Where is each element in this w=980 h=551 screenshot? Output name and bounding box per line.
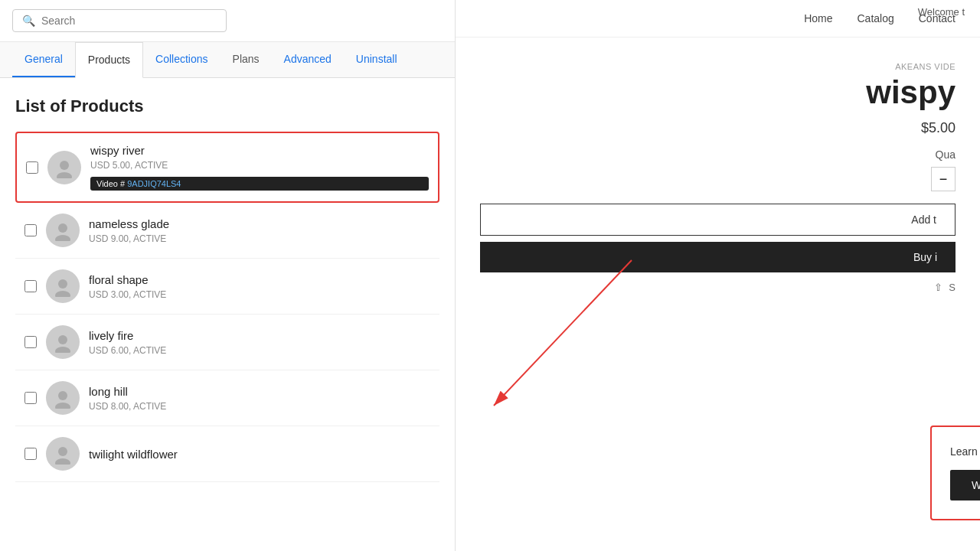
product-checkbox-5[interactable] xyxy=(24,392,37,404)
product-meta-5: USD 8.00, ACTIVE xyxy=(89,401,430,412)
svg-point-10 xyxy=(58,447,67,456)
product-detail-title: wispy xyxy=(866,74,956,111)
product-checkbox-3[interactable] xyxy=(24,280,37,292)
tabs-bar: General Products Collections Plans Advan… xyxy=(0,42,455,78)
add-to-cart-button[interactable]: Add t xyxy=(480,204,956,236)
video-badge-1: Video # 9ADJIQ74LS4 xyxy=(90,177,429,191)
nav-catalog[interactable]: Catalog xyxy=(857,12,893,24)
quantity-label: Qua xyxy=(936,148,956,161)
watch-now-button[interactable]: Watch Now xyxy=(950,470,980,500)
product-item-lively-fire[interactable]: lively fire USD 6.00, ACTIVE xyxy=(15,315,439,370)
product-name-1: wispy river xyxy=(90,144,429,157)
product-name-3: floral shape xyxy=(89,273,430,286)
list-title: List of Products xyxy=(15,96,439,116)
product-name-6: twilight wildflower xyxy=(89,448,430,461)
quantity-control: − xyxy=(931,167,956,191)
product-info-5: long hill USD 8.00, ACTIVE xyxy=(89,385,430,412)
search-bar: 🔍 xyxy=(0,0,455,42)
svg-point-3 xyxy=(55,235,70,241)
svg-point-2 xyxy=(58,223,67,233)
product-checkbox-2[interactable] xyxy=(24,224,37,236)
left-panel: 🔍 General Products Collections Plans Adv… xyxy=(0,0,456,551)
product-avatar-5 xyxy=(46,381,80,415)
svg-point-1 xyxy=(57,172,72,178)
product-info-1: wispy river USD 5.00, ACTIVE Video # 9AD… xyxy=(90,144,429,191)
tab-uninstall[interactable]: Uninstall xyxy=(344,42,410,77)
product-checkbox-6[interactable] xyxy=(24,448,37,460)
product-checkbox-4[interactable] xyxy=(24,336,37,348)
svg-point-7 xyxy=(55,347,70,353)
svg-point-4 xyxy=(58,279,67,289)
product-page: AKEANS VIDE wispy $5.00 Qua − Add t Buy … xyxy=(456,37,980,308)
product-name-4: lively fire xyxy=(89,329,430,342)
top-nav: Home Catalog Contact xyxy=(456,0,980,37)
tab-plans[interactable]: Plans xyxy=(220,42,272,77)
search-input-wrap[interactable]: 🔍 xyxy=(12,9,227,32)
tab-advanced[interactable]: Advanced xyxy=(272,42,344,77)
product-info-4: lively fire USD 6.00, ACTIVE xyxy=(89,329,430,356)
quantity-minus-button[interactable]: − xyxy=(931,167,956,191)
product-info-6: twilight wildflower xyxy=(89,448,430,461)
product-avatar-4 xyxy=(46,325,80,359)
brand-label: AKEANS VIDE xyxy=(895,62,956,71)
product-info-2: nameless glade USD 9.00, ACTIVE xyxy=(89,217,430,244)
product-item-long-hill[interactable]: long hill USD 8.00, ACTIVE xyxy=(15,370,439,426)
tab-collections[interactable]: Collections xyxy=(143,42,220,77)
nav-home[interactable]: Home xyxy=(804,12,832,24)
product-avatar-2 xyxy=(46,214,80,247)
product-name-5: long hill xyxy=(89,385,430,398)
welcome-text: Welcome t xyxy=(918,6,965,18)
svg-point-8 xyxy=(58,391,67,400)
product-item-wispy-river[interactable]: wispy river USD 5.00, ACTIVE Video # 9AD… xyxy=(15,132,439,203)
search-icon: 🔍 xyxy=(22,15,35,27)
video-link-1[interactable]: 9ADJIQ74LS4 xyxy=(127,179,181,188)
product-meta-4: USD 6.00, ACTIVE xyxy=(89,345,430,356)
product-meta-2: USD 9.00, ACTIVE xyxy=(89,233,430,244)
buy-now-button[interactable]: Buy i xyxy=(480,242,956,272)
svg-point-9 xyxy=(55,403,70,409)
product-avatar-3 xyxy=(46,269,80,303)
product-item-nameless-glade[interactable]: nameless glade USD 9.00, ACTIVE xyxy=(15,203,439,259)
tab-general[interactable]: General xyxy=(12,42,75,77)
product-avatar-6 xyxy=(46,437,80,471)
product-avatar-1 xyxy=(47,151,81,184)
product-list: wispy river USD 5.00, ACTIVE Video # 9AD… xyxy=(15,132,439,482)
product-detail-price: $5.00 xyxy=(921,120,956,136)
search-input[interactable] xyxy=(41,15,194,27)
share-icon: ⇧ xyxy=(934,282,942,293)
share-row[interactable]: ⇧ S xyxy=(934,282,956,293)
svg-point-5 xyxy=(55,291,70,297)
youtube-box-text: Learn more about this product in YouTube… xyxy=(950,445,980,458)
product-name-2: nameless glade xyxy=(89,217,430,230)
product-item-twilight-wildflower[interactable]: twilight wildflower xyxy=(15,426,439,482)
svg-point-11 xyxy=(55,458,70,465)
youtube-box: Learn more about this product in YouTube… xyxy=(930,425,980,520)
product-meta-3: USD 3.00, ACTIVE xyxy=(89,289,430,300)
content-area: List of Products wispy river USD 5.00, A… xyxy=(0,78,455,551)
product-meta-1: USD 5.00, ACTIVE xyxy=(90,160,429,171)
product-info-3: floral shape USD 3.00, ACTIVE xyxy=(89,273,430,300)
svg-point-6 xyxy=(58,335,67,344)
svg-point-0 xyxy=(60,161,69,170)
right-panel: Welcome t Home Catalog Contact AKEANS VI… xyxy=(456,0,980,551)
tab-products[interactable]: Products xyxy=(75,42,143,78)
product-item-floral-shape[interactable]: floral shape USD 3.00, ACTIVE xyxy=(15,259,439,315)
product-checkbox-1[interactable] xyxy=(26,161,38,174)
share-label: S xyxy=(949,282,956,293)
